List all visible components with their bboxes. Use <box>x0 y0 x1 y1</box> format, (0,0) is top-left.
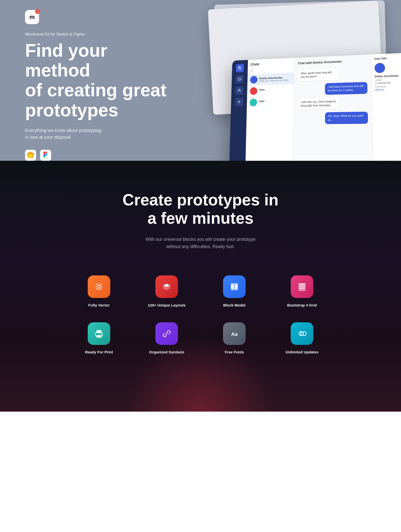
unlimited-updates-icon-wrapper <box>291 322 313 345</box>
bars-icon <box>296 281 308 292</box>
hero-desc-line1: Everything we know about prototyping <box>25 128 101 133</box>
svg-rect-32 <box>298 283 306 285</box>
feature-unique-layouts: 120+ Unique Layouts <box>143 275 190 307</box>
infinity-icon <box>296 328 308 339</box>
bootstrap-grid-icon-wrapper <box>291 275 313 298</box>
hero-title-line2: of creating great <box>25 80 166 100</box>
unique-layouts-icon-wrapper <box>155 275 178 298</box>
svg-point-39 <box>101 334 102 335</box>
svg-rect-34 <box>298 287 306 289</box>
svg-point-17 <box>45 154 47 156</box>
features-headline: Create prototypes in a few minutes <box>123 191 278 228</box>
features-grid: Fully Vector 120+ Unique Layouts <box>75 275 326 354</box>
unique-layouts-label: 120+ Unique Layouts <box>148 303 185 307</box>
sketch-icon <box>25 150 36 161</box>
figma-icon <box>40 150 51 161</box>
svg-text:Aa: Aa <box>231 331 238 337</box>
feature-free-fonts: Aa Free Fonts <box>211 322 258 354</box>
svg-rect-18 <box>43 156 45 158</box>
app-logo[interactable]: m 3 <box>25 10 39 24</box>
features-description: With our universal blocks you will creat… <box>145 236 255 250</box>
block-model-icon-wrapper <box>223 275 246 298</box>
fully-vector-icon-wrapper <box>88 275 110 298</box>
hero-subtitle: Wireframe Kit for Sketch & Figma <box>25 32 401 37</box>
hero-title-line1: Find your method <box>25 40 107 80</box>
printer-icon <box>93 328 105 339</box>
grid-icon <box>229 281 240 292</box>
hero-desc-line2: is now at your disposal <box>25 135 71 140</box>
feature-unlimited-updates: Unlimited Updates <box>278 322 326 354</box>
hero-title: Find your method of creating great proto… <box>25 41 175 120</box>
feature-bootstrap-grid: Bootstrap 4 Grid <box>278 275 326 307</box>
tool-icons-group <box>25 150 401 161</box>
unlimited-updates-label: Unlimited Updates <box>285 350 319 354</box>
features-headline-line1: Create prototypes in <box>123 191 278 209</box>
svg-rect-29 <box>231 283 238 284</box>
organized-symbols-icon-wrapper <box>155 322 178 345</box>
block-model-label: Block Model <box>223 303 245 307</box>
free-fonts-label: Free Fonts <box>225 350 244 354</box>
organized-symbols-label: Organized Symbols <box>149 350 184 354</box>
svg-rect-38 <box>96 335 102 338</box>
features-section: Create prototypes in a few minutes With … <box>0 161 401 412</box>
hero-section: m 3 Wireframe Kit for Sketch & Figma Fin… <box>0 0 401 161</box>
features-desc-line2: without any difficulties. Really fast. <box>166 244 235 249</box>
link-icon <box>161 328 172 339</box>
ready-for-print-icon-wrapper <box>88 322 110 345</box>
svg-point-27 <box>97 285 101 288</box>
feature-block-model: Block Model <box>211 275 258 307</box>
logo-letter: m <box>29 14 35 21</box>
bootstrap-grid-label: Bootstrap 4 Grid <box>287 303 317 307</box>
hero-title-line3: prototypes <box>25 100 118 120</box>
svg-rect-35 <box>298 289 306 291</box>
svg-rect-30 <box>231 289 238 290</box>
settings-icon <box>93 281 105 292</box>
text-icon: Aa <box>229 328 240 339</box>
svg-rect-14 <box>43 151 45 154</box>
notification-badge: 3 <box>35 9 40 14</box>
svg-rect-15 <box>45 151 47 154</box>
feature-ready-for-print: Ready For Print <box>75 322 123 354</box>
ready-for-print-label: Ready For Print <box>85 350 113 354</box>
feature-organized-symbols: Organized Symbols <box>143 322 190 354</box>
fully-vector-label: Fully Vector <box>88 303 110 307</box>
layers-icon <box>161 281 172 292</box>
features-desc-line1: With our universal blocks you will creat… <box>145 237 255 242</box>
feature-fully-vector: Fully Vector <box>75 275 123 307</box>
svg-rect-33 <box>298 285 306 287</box>
svg-rect-16 <box>43 154 45 156</box>
free-fonts-icon-wrapper: Aa <box>223 322 246 345</box>
features-headline-line2: a few minutes <box>147 209 253 227</box>
hero-description: Everything we know about prototyping is … <box>25 127 401 141</box>
